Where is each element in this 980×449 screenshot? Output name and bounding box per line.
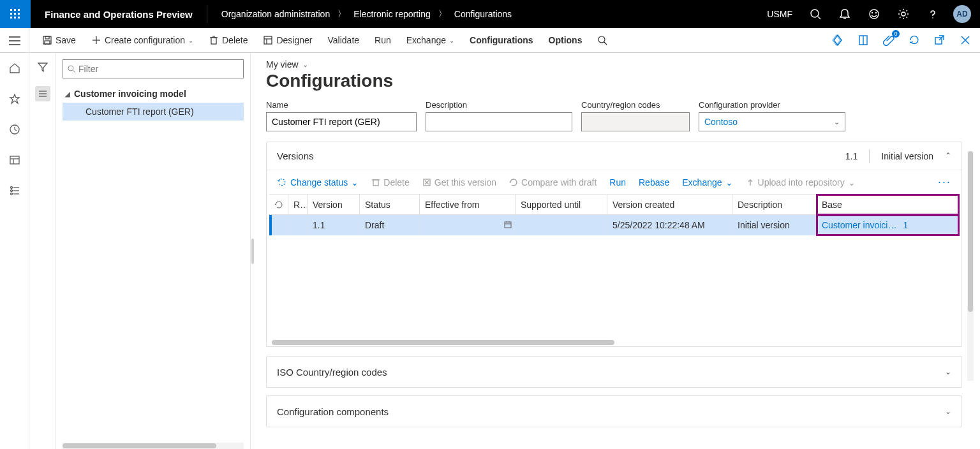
col-status[interactable]: Status [360, 195, 420, 215]
diamond-icon[interactable] [829, 32, 846, 48]
cell-supported [516, 215, 607, 235]
validate-button[interactable]: Validate [320, 28, 368, 53]
version-badge: 1.1 [845, 151, 858, 161]
svg-point-32 [598, 36, 605, 43]
svg-point-17 [932, 17, 933, 18]
breadcrumb-item[interactable]: Electronic reporting [353, 9, 431, 19]
svg-point-53 [68, 66, 73, 71]
filter-input[interactable] [63, 59, 244, 78]
versions-card: Versions 1.1 Initial version ⌃ Change st… [266, 142, 962, 347]
clock-icon[interactable] [7, 122, 22, 137]
help-icon[interactable] [924, 5, 942, 23]
cell-version: 1.1 [308, 215, 360, 235]
company-picker[interactable]: USMF [767, 9, 795, 19]
avatar[interactable]: AD [953, 5, 971, 23]
modules-icon[interactable] [7, 183, 22, 198]
options-tab[interactable]: Options [541, 28, 590, 53]
attachments-icon[interactable] [880, 32, 897, 48]
run-version-button[interactable]: Run [609, 177, 626, 188]
calendar-icon[interactable] [503, 220, 512, 231]
svg-point-14 [876, 13, 877, 13]
chevron-up-icon[interactable]: ⌃ [945, 151, 951, 160]
col-effective[interactable]: Effective from [420, 195, 516, 215]
chevron-down-icon: ⌄ [449, 37, 454, 44]
smile-icon[interactable] [865, 5, 883, 23]
svg-rect-0 [10, 9, 12, 11]
grid-horizontal-scrollbar[interactable] [269, 339, 959, 346]
name-label: Name [266, 100, 417, 110]
col-base[interactable]: Base [817, 195, 959, 215]
office-icon[interactable] [855, 32, 872, 48]
refresh-icon[interactable] [906, 32, 923, 48]
svg-rect-2 [18, 9, 20, 11]
horizontal-scrollbar[interactable] [63, 443, 244, 449]
description-input[interactable] [426, 112, 572, 131]
home-icon[interactable] [7, 61, 22, 76]
svg-point-48 [10, 193, 12, 195]
create-configuration-button[interactable]: Create configuration ⌄ [84, 28, 201, 53]
view-selector[interactable]: My view ⌄ [266, 59, 962, 70]
svg-point-15 [902, 12, 905, 16]
workspace-icon[interactable] [7, 152, 22, 168]
popout-icon[interactable] [932, 32, 948, 48]
run-button[interactable]: Run [367, 28, 399, 53]
cell-base[interactable]: Customer invoici… 1 [817, 215, 959, 235]
version-desc-badge: Initial version [881, 151, 933, 161]
save-button[interactable]: Save [34, 28, 84, 53]
grid-refresh-icon[interactable] [269, 195, 288, 215]
close-icon[interactable] [957, 32, 974, 48]
chevron-down-icon: ⌄ [351, 177, 359, 188]
breadcrumb-item[interactable]: Configurations [454, 9, 512, 19]
col-description[interactable]: Description [732, 195, 817, 215]
col-version[interactable]: Version [308, 195, 360, 215]
svg-rect-4 [14, 13, 16, 15]
components-section[interactable]: Configuration components ⌄ [266, 395, 962, 427]
iso-section[interactable]: ISO Country/region codes ⌄ [266, 356, 962, 388]
hamburger-icon[interactable] [0, 28, 29, 53]
cell-description: Initial version [732, 215, 817, 235]
designer-button[interactable]: Designer [255, 28, 320, 53]
get-version-button: Get this version [422, 177, 496, 188]
bell-icon[interactable] [836, 5, 854, 23]
app-launcher[interactable] [0, 0, 31, 28]
svg-rect-55 [373, 180, 378, 186]
change-status-button[interactable]: Change status ⌄ [277, 177, 359, 188]
name-input[interactable] [266, 112, 417, 131]
more-icon[interactable]: ··· [938, 175, 951, 189]
svg-rect-5 [18, 13, 20, 15]
cell-effective[interactable] [420, 215, 516, 235]
star-icon[interactable] [7, 91, 22, 107]
col-created[interactable]: Version created [607, 195, 732, 215]
cell-created: 5/25/2022 10:22:48 AM [607, 215, 732, 235]
exchange-version-button[interactable]: Exchange ⌄ [682, 177, 732, 188]
search-in-page[interactable] [590, 28, 615, 53]
col-supported[interactable]: Supported until [516, 195, 607, 215]
gear-icon[interactable] [895, 5, 912, 23]
upload-button: Upload into repository ⌄ [746, 177, 856, 188]
list-pane-icon[interactable] [35, 86, 50, 101]
rebase-button[interactable]: Rebase [639, 177, 669, 188]
filter-text[interactable] [78, 64, 239, 74]
filter-pane-icon[interactable] [35, 59, 50, 75]
tree-node-child[interactable]: Customer FTI report (GER) [63, 103, 244, 121]
configurations-tab[interactable]: Configurations [462, 28, 541, 53]
vertical-scrollbar[interactable] [967, 151, 974, 381]
svg-rect-3 [10, 13, 12, 15]
breadcrumb-item[interactable]: Organization administration [221, 9, 330, 19]
svg-point-13 [872, 13, 873, 13]
delete-version-button: Delete [371, 177, 409, 188]
svg-rect-7 [14, 17, 16, 18]
delete-button[interactable]: Delete [201, 28, 255, 53]
tree-node-parent[interactable]: ◢ Customer invoicing model [63, 85, 244, 103]
chevron-down-icon: ⌄ [945, 407, 951, 416]
table-row[interactable]: 1.1 Draft 5/25/2022 10:22:48 AM Initial … [269, 215, 959, 235]
exchange-button[interactable]: Exchange ⌄ [399, 28, 462, 53]
chevron-right-icon: 〉 [338, 8, 346, 20]
provider-select[interactable]: Contoso ⌄ [699, 112, 845, 131]
svg-rect-29 [264, 36, 272, 44]
chevron-down-icon: ⌄ [302, 61, 308, 69]
col-r[interactable]: R… [288, 195, 308, 215]
versions-title: Versions [277, 151, 845, 161]
search-icon[interactable] [806, 5, 824, 23]
caret-down-icon: ◢ [65, 91, 70, 98]
